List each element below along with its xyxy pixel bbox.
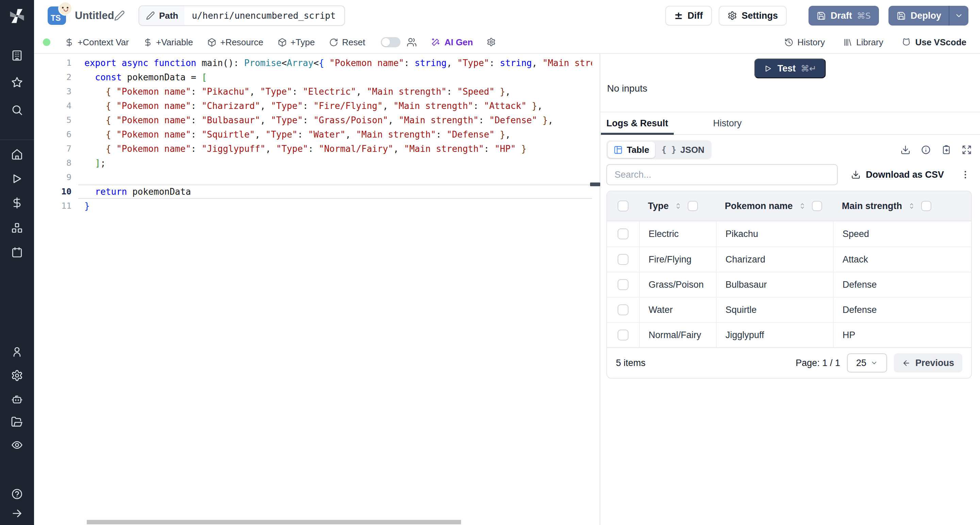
result-table: TypePokemon nameMain strength ElectricPi… [606, 191, 972, 378]
settings-button[interactable]: Settings [719, 6, 787, 26]
sidebar-item-workspace[interactable] [11, 49, 23, 62]
reset-button[interactable]: Reset [329, 37, 365, 48]
table-row[interactable]: Normal/FairyJigglypuffHP [607, 322, 971, 347]
view-table-button[interactable]: Table [608, 142, 655, 158]
sidebar-item-runs[interactable] [11, 172, 23, 185]
wand-sparkles-icon [431, 37, 441, 47]
column-header-label: Type [648, 201, 669, 211]
test-button-label: Test [778, 63, 796, 74]
path-value[interactable]: u/henri/unencumbered_script [185, 11, 345, 21]
sidebar-item-expand[interactable] [11, 507, 23, 520]
sidebar-item-users[interactable] [11, 346, 23, 358]
search-input[interactable] [606, 164, 838, 185]
add-context-var-button[interactable]: +Context Var [65, 37, 129, 48]
code-line[interactable]: 8 ]; [34, 156, 592, 170]
star-icon [11, 76, 23, 89]
sidebar-item-workers[interactable] [11, 393, 23, 405]
ai-gen-button[interactable]: AI Gen [431, 37, 473, 48]
copy-to-clipboard-icon[interactable] [941, 145, 951, 155]
add-variable-button[interactable]: +Variable [143, 37, 193, 48]
code-line[interactable]: 1export async function main(): Promise<A… [34, 56, 592, 70]
row-checkbox[interactable] [617, 279, 628, 290]
help-icon [11, 488, 23, 500]
column-header-label: Main strength [842, 201, 902, 211]
info-icon[interactable] [921, 145, 931, 155]
sidebar-item-settings[interactable] [11, 369, 23, 382]
table-row[interactable]: ElectricPikachuSpeed [607, 221, 971, 246]
table-cell: Charizard [716, 247, 833, 272]
windmill-logo-icon[interactable] [8, 8, 25, 24]
library-button[interactable]: Library [843, 37, 883, 48]
tab-history[interactable]: History [708, 112, 747, 134]
column-checkbox[interactable] [688, 201, 698, 211]
sort-icon[interactable] [798, 201, 807, 211]
code-line[interactable]: 7 { "Pokemon name": "Jigglypuff", "Type"… [34, 142, 592, 156]
test-button[interactable]: Test ⌘↵ [754, 59, 826, 78]
page-size-select[interactable]: 25 [847, 353, 887, 372]
table-row[interactable]: Fire/FlyingCharizardAttack [607, 246, 971, 272]
sort-icon[interactable] [674, 201, 682, 211]
deploy-button[interactable]: Deploy [888, 6, 949, 26]
download-csv-button[interactable]: Download as CSV [851, 169, 944, 180]
row-checkbox[interactable] [617, 228, 628, 239]
use-vscode-button[interactable]: Use VScode [902, 37, 966, 48]
sidebar-item-help[interactable] [11, 488, 23, 500]
row-checkbox[interactable] [617, 330, 628, 340]
table-cell: Electric [639, 221, 716, 246]
add-type-button[interactable]: +Type [278, 37, 315, 48]
diff-button[interactable]: ± Diff [665, 6, 711, 26]
row-checkbox[interactable] [617, 254, 628, 265]
sidebar-item-variables[interactable] [11, 197, 23, 209]
sidebar-item-audit-logs[interactable] [11, 439, 23, 451]
code-line[interactable]: 9 [34, 170, 592, 185]
plus-minus-icon: ± [674, 11, 682, 21]
history-button[interactable]: History [784, 37, 825, 48]
table-row[interactable]: Grass/PoisonBulbasaurDefense [607, 272, 971, 297]
code-editor[interactable]: 1export async function main(): Promise<A… [34, 54, 600, 525]
select-all-checkbox[interactable] [617, 201, 628, 211]
editor-settings-button[interactable] [487, 37, 496, 47]
code-line[interactable]: 6 { "Pokemon name": "Squirtle", "Type": … [34, 127, 592, 142]
sidebar-item-schedules[interactable] [11, 246, 23, 259]
sidebar-item-search[interactable] [11, 104, 23, 116]
path-group[interactable]: Path u/henri/unencumbered_script [138, 5, 345, 26]
app-window: TS Untitled Path u/henri/unencumbered_sc… [0, 0, 980, 525]
code-line[interactable]: 2 const pokemonData = [ [34, 70, 592, 85]
sidebar-item-folders[interactable] [11, 416, 23, 428]
sidebar-item-favorites[interactable] [11, 76, 23, 89]
horizontal-scrollbar[interactable] [87, 520, 461, 524]
previous-page-button[interactable]: Previous [894, 353, 962, 372]
code-line[interactable]: 5 { "Pokemon name": "Bulbasaur", "Type":… [34, 113, 592, 127]
code-line[interactable]: 3 { "Pokemon name": "Pikachu", "Type": "… [34, 85, 592, 99]
view-json-button[interactable]: { } JSON [656, 142, 710, 158]
arrow-left-icon [902, 359, 911, 367]
draft-button[interactable]: Draft ⌘S [808, 6, 879, 26]
ai-gen-label: AI Gen [444, 37, 473, 48]
sort-icon[interactable] [907, 201, 916, 211]
code-line[interactable]: 4 { "Pokemon name": "Charizard", "Type":… [34, 99, 592, 113]
editor-toolbar: +Context Var +Variable +Resource +Type R… [34, 31, 980, 54]
tab-logs-result[interactable]: Logs & Result [601, 112, 674, 134]
sidebar-item-home[interactable] [11, 148, 23, 160]
row-checkbox[interactable] [617, 304, 628, 315]
boxes-icon [11, 222, 23, 234]
page-indicator: Page: 1 / 1 [795, 358, 840, 369]
code-line[interactable]: 10 return pokemonData [34, 185, 592, 199]
add-resource-label: +Resource [220, 37, 263, 48]
code-line[interactable]: 11} [34, 199, 592, 213]
result-tabs: Logs & Result History [600, 112, 980, 135]
more-options-icon[interactable] [960, 169, 970, 180]
column-checkbox[interactable] [921, 201, 931, 211]
overview-ruler-cursor[interactable] [590, 182, 600, 186]
play-icon [764, 64, 772, 73]
column-checkbox[interactable] [812, 201, 822, 211]
table-row[interactable]: WaterSquirtleDefense [607, 297, 971, 322]
sidebar-item-resources[interactable] [11, 222, 23, 234]
table-cell: Defense [833, 272, 971, 297]
deploy-dropdown-button[interactable] [949, 6, 969, 26]
download-result-icon[interactable] [900, 145, 911, 155]
add-resource-button[interactable]: +Resource [207, 37, 263, 48]
multiplayer-toggle[interactable] [381, 37, 401, 47]
expand-icon[interactable] [962, 145, 972, 155]
edit-title-pencil-icon[interactable] [114, 10, 125, 21]
